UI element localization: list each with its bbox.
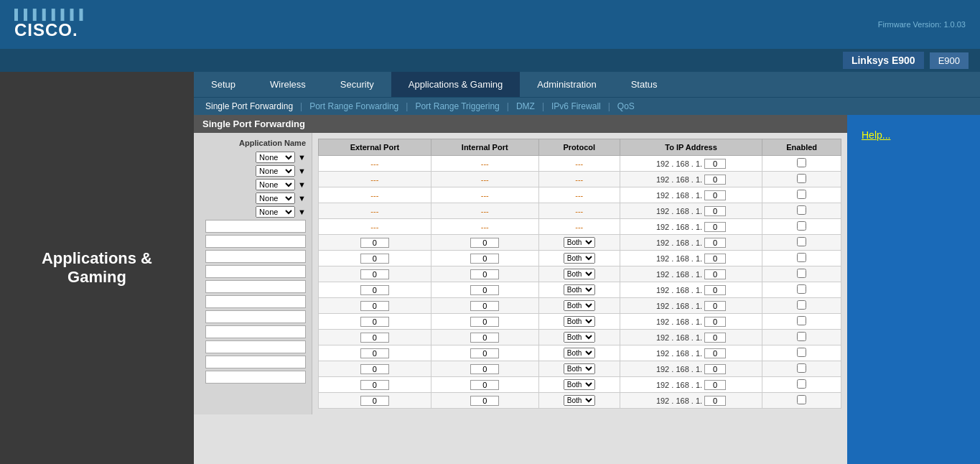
none-select-2[interactable]: None	[256, 165, 295, 177]
enabled-checkbox[interactable]	[797, 253, 806, 262]
enabled-checkbox[interactable]	[797, 190, 806, 199]
ip-last-input[interactable]	[704, 380, 726, 390]
enabled-checkbox[interactable]	[797, 205, 806, 215]
app-name-input-1[interactable]	[205, 220, 306, 233]
enabled-checkbox[interactable]	[797, 332, 806, 341]
app-name-input-11[interactable]	[205, 371, 306, 384]
enabled-checkbox[interactable]	[797, 348, 806, 357]
ext-port-input[interactable]	[360, 333, 389, 343]
ext-port-input[interactable]	[360, 396, 389, 406]
ip-last-input[interactable]	[704, 317, 726, 327]
none-select-3[interactable]: None	[256, 179, 295, 190]
int-port-input[interactable]	[470, 348, 499, 358]
enabled-checkbox[interactable]	[797, 395, 806, 404]
protocol-select[interactable]: BothTCPUDP	[564, 332, 595, 343]
enabled-checkbox[interactable]	[797, 158, 806, 167]
int-port-input[interactable]	[470, 317, 499, 327]
subtab-ipv6-firewall[interactable]: IPv6 Firewall	[551, 101, 601, 111]
device-model-button[interactable]: E900	[930, 52, 969, 69]
app-name-input-6[interactable]	[205, 295, 306, 308]
protocol-select[interactable]: BothTCPUDP	[564, 253, 595, 264]
logo-area: ▌▌▌▌▌▌▌▌ CISCO. Firmware Version: 1.0.03	[0, 0, 980, 49]
int-port-input[interactable]	[470, 396, 499, 406]
form-area: Application Name None ▼ None	[194, 133, 847, 414]
tab-setup[interactable]: Setup	[194, 72, 253, 97]
ext-port-input[interactable]	[360, 364, 389, 374]
app-name-input-3[interactable]	[205, 250, 306, 263]
protocol-select[interactable]: BothTCPUDP	[564, 395, 595, 406]
ip-last-input[interactable]	[704, 285, 726, 295]
int-port-input[interactable]	[470, 238, 499, 248]
protocol-select[interactable]: BothTCPUDP	[564, 379, 595, 390]
tab-status[interactable]: Status	[614, 72, 675, 97]
ext-port-input[interactable]	[360, 238, 389, 248]
protocol-select[interactable]: BothTCPUDP	[564, 284, 595, 295]
enabled-checkbox[interactable]	[797, 300, 806, 310]
none-select-4[interactable]: None	[256, 192, 295, 204]
ext-port-input[interactable]	[360, 254, 389, 264]
enabled-checkbox[interactable]	[797, 174, 806, 183]
tab-wireless[interactable]: Wireless	[253, 72, 323, 97]
ip-last-input[interactable]	[704, 238, 726, 248]
enabled-checkbox[interactable]	[797, 363, 806, 373]
none-select-1[interactable]: None	[256, 152, 295, 163]
ip-last-input[interactable]	[704, 364, 726, 374]
ext-port-input[interactable]	[360, 285, 389, 295]
int-port-input[interactable]	[470, 333, 499, 343]
ip-last-input[interactable]	[704, 301, 726, 311]
ip-last-input[interactable]	[704, 396, 726, 406]
int-port-dash: ---	[481, 223, 489, 231]
subtab-port-range-triggering[interactable]: Port Range Triggering	[415, 101, 499, 111]
ip-last-input[interactable]	[704, 269, 726, 279]
int-port-input[interactable]	[470, 380, 499, 390]
ext-port-input[interactable]	[360, 380, 389, 390]
int-port-input[interactable]	[470, 301, 499, 311]
body-section: Applications & Gaming Setup Wireless Sec…	[0, 72, 980, 464]
protocol-select[interactable]: BothTCPUDP	[564, 269, 595, 279]
subtab-dmz[interactable]: DMZ	[516, 101, 535, 111]
tab-security[interactable]: Security	[323, 72, 391, 97]
ip-last-input[interactable]	[704, 348, 726, 358]
tab-administration[interactable]: Administration	[520, 72, 613, 97]
ext-port-input[interactable]	[360, 301, 389, 311]
ip-last-input[interactable]	[704, 254, 726, 264]
protocol-select[interactable]: BothTCPUDP	[564, 363, 595, 374]
protocol-select[interactable]: BothTCPUDP	[564, 300, 595, 311]
app-name-input-4[interactable]	[205, 265, 306, 278]
enabled-checkbox[interactable]	[797, 221, 806, 231]
tab-applications-gaming[interactable]: Applications & Gaming	[391, 72, 521, 97]
ip-last-input[interactable]	[704, 190, 726, 200]
enabled-checkbox[interactable]	[797, 379, 806, 389]
enabled-checkbox[interactable]	[797, 284, 806, 294]
ext-port-input[interactable]	[360, 348, 389, 358]
protocol-select[interactable]: BothTCPUDP	[564, 348, 595, 358]
ip-display: 192 . 168 . 1.	[656, 396, 726, 405]
app-name-input-7[interactable]	[205, 310, 306, 323]
subtab-single-port-forwarding[interactable]: Single Port Forwarding	[205, 101, 293, 111]
int-port-input[interactable]	[470, 269, 499, 279]
ip-last-input[interactable]	[704, 175, 726, 185]
app-name-input-9[interactable]	[205, 340, 306, 353]
ip-last-input[interactable]	[704, 333, 726, 343]
ip-last-input[interactable]	[704, 206, 726, 216]
ip-last-input[interactable]	[704, 159, 726, 169]
protocol-select[interactable]: BothTCPUDP	[564, 237, 595, 248]
int-port-input[interactable]	[470, 364, 499, 374]
enabled-checkbox[interactable]	[797, 237, 806, 246]
protocol-select[interactable]: BothTCPUDP	[564, 316, 595, 327]
subtab-port-range-forwarding[interactable]: Port Range Forwarding	[309, 101, 398, 111]
help-link[interactable]: Help...	[862, 129, 890, 141]
ip-last-input[interactable]	[704, 222, 726, 232]
int-port-input[interactable]	[470, 285, 499, 295]
ext-port-input[interactable]	[360, 269, 389, 279]
int-port-input[interactable]	[470, 254, 499, 264]
subtab-qos[interactable]: QoS	[617, 101, 635, 111]
ext-port-input[interactable]	[360, 317, 389, 327]
none-select-5[interactable]: None	[256, 206, 295, 218]
app-name-input-8[interactable]	[205, 325, 306, 338]
app-name-input-5[interactable]	[205, 280, 306, 293]
enabled-checkbox[interactable]	[797, 269, 806, 278]
enabled-checkbox[interactable]	[797, 316, 806, 325]
app-name-input-2[interactable]	[205, 235, 306, 248]
app-name-input-10[interactable]	[205, 356, 306, 368]
